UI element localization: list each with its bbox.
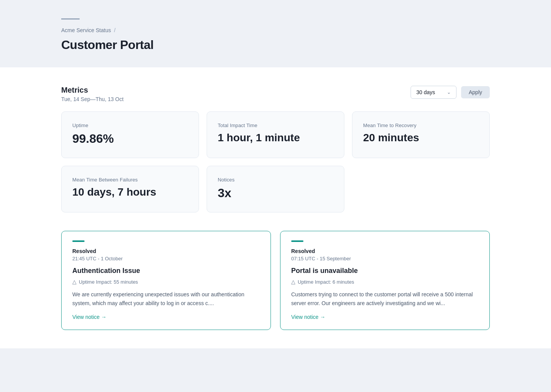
incident-card-0: Resolved 21:45 UTC - 1 October Authentic…	[61, 231, 271, 330]
incident-top-bar-0	[72, 240, 85, 242]
metric-label-mttr: Mean Time to Recovery	[363, 122, 479, 128]
view-notice-link-0[interactable]: View notice →	[72, 314, 106, 320]
metric-value-mttr: 20 minutes	[363, 132, 479, 144]
incident-status-0: Resolved	[72, 248, 260, 254]
metric-label-total-impact: Total Impact Time	[218, 122, 333, 128]
warning-icon-1: △	[291, 279, 295, 285]
view-notice-link-1[interactable]: View notice →	[291, 314, 325, 320]
date-range-select[interactable]: 30 days ⌄	[411, 86, 456, 99]
incident-desc-1: Customers trying to connect to the custo…	[291, 290, 479, 307]
incident-desc-0: We are currently experiencing unexpected…	[72, 290, 260, 307]
metric-label-notices: Notices	[218, 177, 333, 183]
incident-impact-text-1: Uptime Impact: 6 minutes	[298, 279, 354, 285]
incident-card-1: Resolved 07:15 UTC - 15 September Portal…	[280, 231, 490, 330]
metric-card-empty	[352, 166, 490, 212]
metrics-date: Tue, 14 Sep—Thu, 13 Oct	[61, 96, 124, 102]
metric-label-mtbf: Mean Time Between Failures	[72, 177, 188, 183]
chevron-down-icon: ⌄	[447, 90, 451, 95]
incident-title-0: Authentication Issue	[72, 267, 260, 275]
metric-card-mtbf: Mean Time Between Failures 10 days, 7 ho…	[61, 166, 199, 212]
breadcrumb-separator: /	[114, 27, 116, 33]
header-section: Acme Service Status / Customer Portal	[0, 0, 551, 67]
breadcrumb-parent[interactable]: Acme Service Status	[61, 27, 111, 33]
metrics-row-1: Uptime 99.86% Total Impact Time 1 hour, …	[61, 111, 490, 158]
metric-value-mtbf: 10 days, 7 hours	[72, 186, 188, 198]
incident-status-1: Resolved	[291, 248, 479, 254]
metrics-controls: 30 days ⌄ Apply	[411, 86, 490, 99]
metrics-title: Metrics	[61, 86, 124, 95]
incident-top-bar-1	[291, 240, 303, 242]
metrics-row-2: Mean Time Between Failures 10 days, 7 ho…	[61, 166, 490, 212]
metric-value-notices: 3x	[218, 186, 333, 200]
page-title: Customer Portal	[61, 38, 490, 52]
incident-impact-1: △ Uptime Impact: 6 minutes	[291, 279, 479, 285]
incident-title-1: Portal is unavailable	[291, 267, 479, 275]
metrics-header: Metrics Tue, 14 Sep—Thu, 13 Oct 30 days …	[61, 86, 490, 102]
breadcrumb: Acme Service Status /	[61, 27, 490, 33]
metric-card-notices: Notices 3x	[207, 166, 344, 212]
metric-card-mttr: Mean Time to Recovery 20 minutes	[352, 111, 490, 158]
apply-button[interactable]: Apply	[461, 86, 490, 98]
incident-time-0: 21:45 UTC - 1 October	[72, 256, 260, 261]
incident-impact-text-0: Uptime Impact: 55 minutes	[79, 279, 138, 285]
warning-icon-0: △	[72, 279, 77, 285]
metric-label-uptime: Uptime	[72, 122, 188, 128]
header-divider	[61, 18, 80, 20]
incidents-grid: Resolved 21:45 UTC - 1 October Authentic…	[61, 231, 490, 330]
metrics-title-group: Metrics Tue, 14 Sep—Thu, 13 Oct	[61, 86, 124, 102]
metric-value-total-impact: 1 hour, 1 minute	[218, 132, 333, 144]
metric-value-uptime: 99.86%	[72, 132, 188, 145]
metric-card-total-impact: Total Impact Time 1 hour, 1 minute	[207, 111, 344, 158]
main-content: Metrics Tue, 14 Sep—Thu, 13 Oct 30 days …	[0, 67, 551, 348]
metric-card-uptime: Uptime 99.86%	[61, 111, 199, 158]
incident-time-1: 07:15 UTC - 15 September	[291, 256, 479, 261]
incident-impact-0: △ Uptime Impact: 55 minutes	[72, 279, 260, 285]
select-value: 30 days	[416, 89, 435, 95]
